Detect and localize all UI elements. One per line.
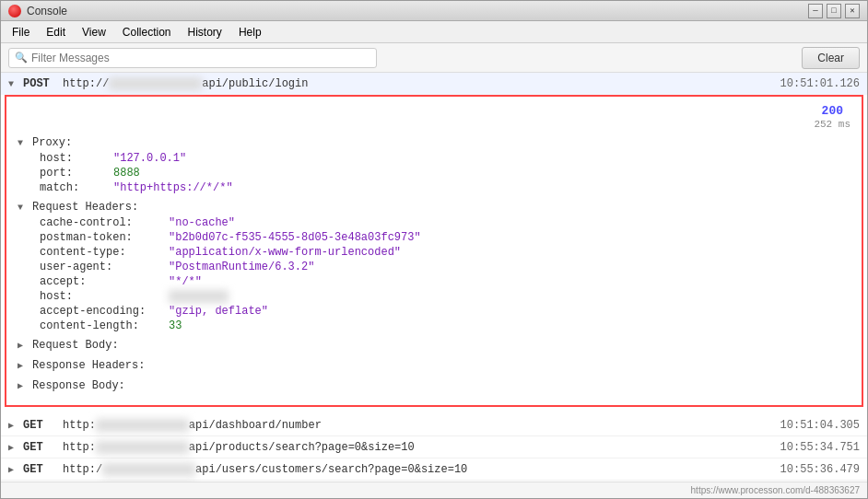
console-content: ▼ POST http:// api/public/login 10:51:01… [1,73,867,482]
window-controls: ─ □ ✕ [808,4,860,18]
prop-value: 33 [169,319,182,332]
prop-row: host: [40,289,850,304]
expand-arrow: ▼ [8,79,19,89]
request-method: GET [23,419,55,432]
request-timestamp: 10:51:01.126 [780,77,860,90]
resp-body-arrow: ▶ [18,380,29,391]
prop-key: port: [40,167,113,180]
clear-button[interactable]: Clear [802,47,860,69]
prop-row: content-length: 33 [40,319,850,333]
prop-value: "application/x-www-form-urlencoded" [169,246,401,259]
prop-value: "*/*" [169,275,202,288]
detail-panel: 200 252 ms ▼ Proxy: host: "127.0.0.1" po… [5,95,863,407]
proxy-body: host: "127.0.0.1" port: 8888 match: "htt… [18,151,850,195]
prop-row: match: "http+https://*/*" [40,180,850,195]
menu-bar: File Edit View Collection History Help [1,21,867,43]
prop-value: "PostmanRuntime/6.3.2" [169,261,314,273]
request-timestamp: 10:51:04.305 [780,419,860,432]
minimize-button[interactable]: ─ [808,4,823,18]
response-headers-header[interactable]: ▶ Response Headers: [18,357,850,374]
resp-headers-arrow: ▶ [18,360,29,371]
proxy-title: Proxy: [32,136,72,149]
expand-arrow: ▶ [8,442,19,453]
request-row[interactable]: ▶ GET http: api/dashboard/number 10:51:0… [1,414,867,436]
menu-file[interactable]: File [5,24,37,41]
status-area: 10:51:01.126 [780,77,860,90]
prop-value: "http+https://*/*" [113,181,233,194]
menu-help[interactable]: Help [231,24,269,41]
prop-value: "gzip, deflate" [169,305,268,318]
prop-row: cache-control: "no-cache" [40,215,850,230]
response-body-header[interactable]: ▶ Response Body: [18,377,850,394]
prop-row: user-agent: "PostmanRuntime/6.3.2" [40,260,850,274]
prop-row: accept: "*/*" [40,274,850,289]
prop-value: "b2b0d07c-f535-4555-8d05-3e48a03fc973" [169,231,421,244]
request-method: POST [23,77,55,90]
prop-row: postman-token: "b2b0d07c-f535-4555-8d05-… [40,230,850,245]
menu-history[interactable]: History [181,24,229,41]
url-blurred [102,463,195,476]
request-timestamp: 10:55:36.479 [780,463,860,476]
prop-value: "no-cache" [169,216,235,229]
resp-headers-title: Response Headers: [32,359,145,372]
req-body-arrow: ▶ [18,340,29,351]
prop-key: accept-encoding: [40,305,169,318]
prop-row: port: 8888 [40,166,850,180]
status-code: 200 [822,104,843,118]
prop-row: accept-encoding: "gzip, deflate" [40,304,850,319]
req-headers-body: cache-control: "no-cache" postman-token:… [18,215,850,333]
response-body-section: ▶ Response Body: [18,377,850,394]
expand-arrow: ▶ [8,420,19,431]
req-body-title: Request Body: [32,339,119,352]
prop-key: content-length: [40,319,169,332]
prop-value [169,290,229,303]
proxy-header[interactable]: ▼ Proxy: [18,134,850,151]
prop-key: accept: [40,275,169,288]
host-blurred [169,290,229,303]
request-url: http:// api/public/login [63,77,780,90]
url-blurred [96,441,189,454]
prop-key: user-agent: [40,261,169,273]
request-headers-section: ▼ Request Headers: cache-control: "no-ca… [18,199,850,333]
req-headers-title: Request Headers: [32,201,138,214]
prop-row: content-type: "application/x-www-form-ur… [40,245,850,260]
title-bar: Console ─ □ ✕ [1,1,867,21]
prop-key: host: [40,290,169,303]
prop-key: postman-token: [40,231,169,244]
expand-arrow: ▶ [8,464,19,475]
request-method: GET [23,463,55,476]
request-row[interactable]: ▼ POST http:// api/public/login 10:51:01… [1,73,867,95]
maximize-button[interactable]: □ [827,4,841,18]
request-headers-header[interactable]: ▼ Request Headers: [18,199,850,215]
close-button[interactable]: ✕ [845,4,860,18]
menu-edit[interactable]: Edit [39,24,73,41]
prop-row: host: "127.0.0.1" [40,151,850,166]
request-body-header[interactable]: ▶ Request Body: [18,337,850,354]
resp-body-title: Response Body: [32,379,125,392]
prop-value: "127.0.0.1" [113,152,186,165]
request-method: GET [23,441,55,454]
window-title: Console [27,5,803,17]
search-box: 🔍 [8,48,377,68]
request-row[interactable]: ▶ GET http: api/products/search?page=0&s… [1,436,867,458]
search-icon: 🔍 [15,52,28,64]
duration: 252 ms [814,119,850,130]
proxy-arrow: ▼ [18,138,29,148]
req-headers-arrow: ▼ [18,203,29,213]
response-headers-section: ▶ Response Headers: [18,357,850,374]
request-timestamp: 10:55:34.751 [780,441,860,454]
prop-key: host: [40,152,113,165]
prop-key: match: [40,181,113,194]
menu-view[interactable]: View [75,24,113,41]
toolbar: 🔍 Clear [1,43,867,73]
request-row[interactable]: ▶ GET http:/ api/users/customers/search?… [1,458,867,481]
search-input[interactable] [31,52,370,64]
proxy-section: ▼ Proxy: host: "127.0.0.1" port: 8888 ma… [18,134,850,195]
url-blurred [96,419,189,432]
app-icon [8,5,21,17]
menu-collection[interactable]: Collection [115,24,179,41]
url-blurred [109,77,202,90]
request-body-section: ▶ Request Body: [18,337,850,354]
prop-value: 8888 [113,167,140,180]
request-url: http: api/dashboard/number [63,419,780,432]
